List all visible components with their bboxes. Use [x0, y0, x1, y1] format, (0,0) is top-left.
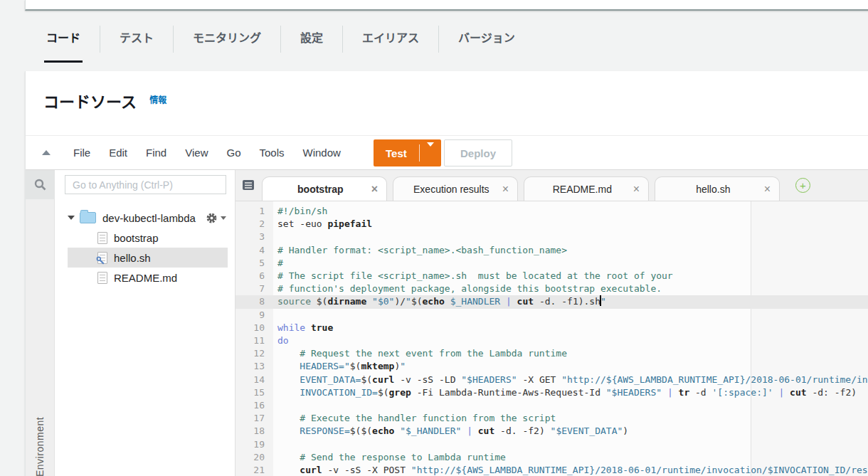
- sidebar-lower: Environment dev-kubectl-lambda: [26, 199, 235, 476]
- test-button[interactable]: Test: [374, 139, 441, 166]
- code-token: dirname: [327, 296, 366, 307]
- new-tab-button[interactable]: +: [795, 178, 810, 193]
- function-tab[interactable]: バージョン: [458, 23, 515, 64]
- code-text: # Execute the handler function from the …: [273, 412, 556, 425]
- code-token: tr: [679, 387, 690, 398]
- code-token: #: [277, 258, 283, 268]
- editor-tab[interactable]: bootstrap×: [262, 176, 387, 201]
- info-link[interactable]: 情報: [149, 93, 166, 105]
- code-text: EVENT_DATA=$(curl -v -sS -LD "$HEADERS" …: [273, 374, 868, 386]
- code-token: # Send the response to Lambda runtime: [277, 452, 506, 462]
- function-tab[interactable]: テスト: [120, 23, 154, 64]
- code-token: # Handler format: <script_name>.<bash_fu…: [277, 245, 567, 255]
- code-line[interactable]: 2set -euo pipefail: [235, 218, 868, 231]
- code-line[interactable]: 1#!/bin/sh: [235, 205, 868, 218]
- code-token: '[:space:]': [712, 387, 773, 398]
- close-icon[interactable]: ×: [764, 183, 771, 196]
- code-token: do: [277, 335, 289, 346]
- line-number: 11: [235, 334, 273, 347]
- tree-settings-button[interactable]: [206, 212, 226, 224]
- file-name: bootstrap: [114, 232, 159, 244]
- tree-folder-row[interactable]: dev-kubectl-lambda: [68, 208, 228, 228]
- function-tab[interactable]: エイリアス: [362, 23, 419, 64]
- close-icon[interactable]: ×: [502, 183, 509, 196]
- code-token: curl: [372, 374, 394, 385]
- environment-strip[interactable]: Environment: [26, 199, 55, 476]
- code-line[interactable]: 16: [235, 399, 868, 412]
- deploy-button[interactable]: Deploy: [444, 139, 512, 166]
- collapse-panel-icon[interactable]: [42, 150, 51, 155]
- code-line[interactable]: 6# The script file <script_name>.sh must…: [235, 270, 868, 282]
- menu-file[interactable]: File: [64, 147, 100, 159]
- code-line[interactable]: 12 # Request the next event from the Lam…: [235, 347, 868, 360]
- function-tab[interactable]: モニタリング: [193, 23, 261, 64]
- code-line[interactable]: 10while true: [235, 322, 868, 334]
- line-number: 18: [235, 425, 273, 438]
- tree-file-row[interactable]: README.md: [68, 268, 228, 287]
- code-line[interactable]: 11do: [235, 334, 868, 347]
- code-line[interactable]: 7# function's deployment package, alongs…: [235, 282, 868, 295]
- code-line[interactable]: 9: [235, 309, 868, 322]
- function-tab[interactable]: コード: [46, 23, 80, 64]
- code-line[interactable]: 13 HEADERS="$(mktemp)": [235, 360, 868, 373]
- line-number: 8: [235, 295, 273, 308]
- code-token: -v -sS -LD: [394, 374, 461, 385]
- environment-sidebar: Environment dev-kubectl-lambda: [26, 170, 235, 476]
- tab-divider: [280, 26, 281, 53]
- tree-file-row[interactable]: bootstrap: [68, 228, 228, 248]
- code-token: [445, 296, 450, 307]
- menu-window[interactable]: Window: [294, 147, 350, 159]
- menu-tools[interactable]: Tools: [250, 147, 293, 159]
- code-line[interactable]: 21 curl -v -sS -X POST "http://${AWS_LAM…: [235, 464, 868, 476]
- code-line[interactable]: 3: [235, 231, 868, 243]
- code-line[interactable]: 18 RESPONSE=$($(echo "$_HANDLER" | cut -…: [235, 425, 868, 438]
- code-line[interactable]: 8source $(dirname "$0")/"$(echo $_HANDLE…: [235, 295, 868, 308]
- code-line[interactable]: 15 INVOCATION_ID=$(grep -Fi Lambda-Runti…: [235, 386, 868, 399]
- code-line[interactable]: 14 EVENT_DATA=$(curl -v -sS -LD "$HEADER…: [235, 374, 868, 386]
- tree-file-row[interactable]: hello.sh: [68, 248, 228, 268]
- code-line[interactable]: 4# Handler format: <script_name>.<bash_f…: [235, 244, 868, 257]
- code-text: # The script file <script_name>.sh must …: [273, 270, 673, 282]
- line-number: 10: [235, 322, 273, 334]
- code-token: ": [344, 361, 350, 371]
- code-token: while: [277, 322, 305, 333]
- editor-tab-label: README.md: [536, 184, 629, 195]
- editor-tabs: bootstrap×Execution results×README.md×he…: [262, 176, 785, 201]
- code-line[interactable]: 17 # Execute the handler function from t…: [235, 412, 868, 425]
- code-line[interactable]: 19: [235, 438, 868, 451]
- code-text: #!/bin/sh: [273, 205, 327, 218]
- editor-tab-label: bootstrap: [274, 184, 367, 195]
- code-line[interactable]: 5#: [235, 257, 868, 270]
- code-text: #: [273, 257, 283, 270]
- code-line[interactable]: 20 # Send the response to Lambda runtime: [235, 451, 868, 464]
- close-icon[interactable]: ×: [633, 183, 640, 196]
- editor-tab[interactable]: Execution results×: [393, 176, 518, 201]
- code-token: ): [623, 425, 628, 436]
- menu-view[interactable]: View: [176, 147, 217, 159]
- code-token: cut: [517, 296, 534, 307]
- go-to-anything-input[interactable]: [65, 175, 226, 194]
- test-dropdown-button[interactable]: [420, 147, 441, 159]
- line-number: 9: [235, 309, 273, 322]
- code-token: $_HANDLER: [450, 296, 500, 307]
- line-number: 21: [235, 464, 273, 476]
- code-token: [277, 425, 300, 436]
- line-number: 13: [235, 360, 273, 373]
- code-editor[interactable]: 1#!/bin/sh2set -euo pipefail34# Handler …: [235, 201, 868, 476]
- search-button[interactable]: [26, 170, 55, 199]
- disclosure-triangle-icon[interactable]: [68, 216, 75, 220]
- editor-tab[interactable]: README.md×: [524, 176, 649, 201]
- close-icon[interactable]: ×: [371, 183, 378, 196]
- tab-list-button[interactable]: [242, 179, 256, 192]
- tab-divider: [342, 26, 343, 53]
- code-token: "http://${AWS_LAMBDA_RUNTIME_API}/2018-0…: [561, 374, 868, 385]
- code-text: [273, 309, 277, 322]
- code-token: # Execute the handler function from the …: [277, 413, 556, 423]
- menu-find[interactable]: Find: [137, 147, 176, 159]
- editor-tab[interactable]: hello.sh×: [655, 176, 780, 201]
- menu-edit[interactable]: Edit: [100, 147, 137, 159]
- code-source-header: コードソース 情報: [26, 71, 868, 112]
- menu-go[interactable]: Go: [217, 147, 250, 159]
- line-number: 7: [235, 282, 273, 295]
- function-tab[interactable]: 設定: [300, 23, 323, 64]
